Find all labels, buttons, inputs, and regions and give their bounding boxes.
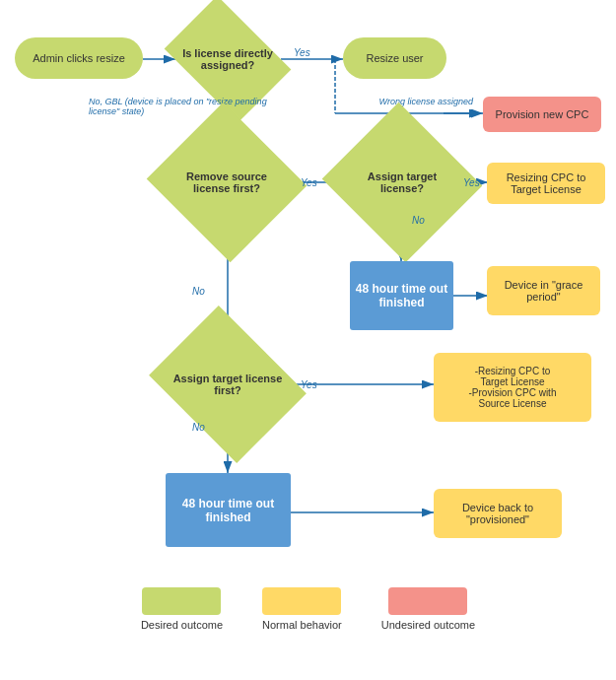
resizing-cpc2-label: -Resizing CPC to Target License -Provisi… — [469, 366, 557, 409]
yes4-label: Yes — [301, 379, 317, 390]
blue-rect-2: 48 hour time out finished — [166, 473, 291, 547]
legend-normal: Normal behavior — [262, 587, 342, 631]
blue-rect1-label: 48 hour time out finished — [350, 282, 453, 309]
legend-normal-label: Normal behavior — [262, 619, 342, 631]
resizing-cpc-target: Resizing CPC to Target License — [487, 163, 605, 204]
legend-desired-label: Desired outcome — [141, 619, 223, 631]
grace-period: Device in "grace period" — [487, 266, 600, 315]
admin-label: Admin clicks resize — [33, 52, 125, 64]
diamond-assign-target: Assign target license? — [322, 102, 483, 263]
blue-rect2-label: 48 hour time out finished — [166, 497, 291, 524]
no-gbl-label: No, GBL (device is placed on "resize pen… — [89, 97, 286, 116]
legend-desired-box — [142, 587, 221, 615]
yes1-label: Yes — [294, 47, 310, 58]
blue-rect-1: 48 hour time out finished — [350, 261, 453, 330]
provisioned-label: Device back to "provisioned" — [442, 502, 554, 525]
legend: Desired outcome Normal behavior Undesire… — [0, 587, 616, 631]
device-provisioned: Device back to "provisioned" — [434, 489, 562, 538]
resize-user-pill: Resize user — [343, 37, 446, 79]
provision-new-cpc: Provision new CPC — [483, 97, 601, 132]
no3-label: No — [192, 422, 205, 433]
diamond3-label: Assign target license? — [368, 170, 437, 194]
legend-undesired-label: Undesired outcome — [381, 619, 475, 631]
diamond-remove-source: Remove source license first? — [147, 102, 308, 263]
legend-undesired: Undesired outcome — [381, 587, 475, 631]
no1-label: No — [412, 215, 425, 226]
legend-undesired-box — [388, 587, 467, 615]
diamond-assign-first: Assign target license first? — [149, 306, 307, 463]
resizing-cpc1-label: Resizing CPC to Target License — [495, 171, 597, 195]
grace-period-label: Device in "grace period" — [495, 279, 592, 303]
no2-label: No — [192, 286, 205, 297]
admin-pill: Admin clicks resize — [15, 37, 143, 79]
resize-user-label: Resize user — [366, 52, 423, 64]
legend-desired: Desired outcome — [141, 587, 223, 631]
diamond1-label: Is license directly assigned? — [182, 47, 273, 71]
diamond2-label: Remove source license first? — [186, 170, 267, 194]
yes3-label: Yes — [463, 177, 480, 188]
yes2-label: Yes — [301, 177, 317, 188]
resizing-cpc-provision: -Resizing CPC to Target License -Provisi… — [434, 353, 591, 422]
provision-cpc-label: Provision new CPC — [496, 108, 589, 120]
diamond4-label: Assign target license first? — [173, 373, 283, 396]
legend-normal-box — [262, 587, 341, 615]
